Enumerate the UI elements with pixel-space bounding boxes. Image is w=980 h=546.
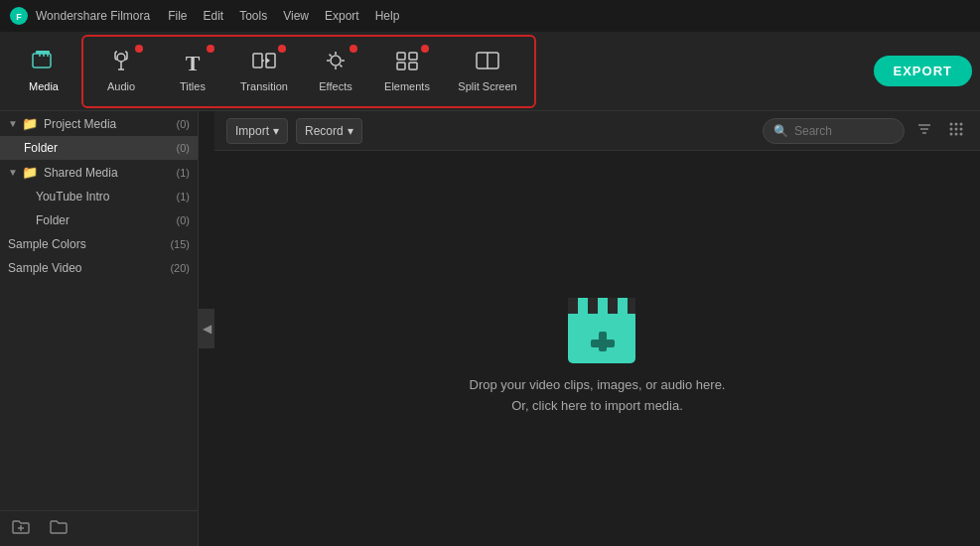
toolbar-item-transition[interactable]: Transition xyxy=(228,37,300,106)
menu-file[interactable]: File xyxy=(168,9,187,23)
media-icon xyxy=(32,50,56,76)
sample-video-count: (20) xyxy=(170,262,190,274)
menu-export[interactable]: Export xyxy=(325,9,359,23)
svg-point-40 xyxy=(960,132,963,135)
clapperboard-icon xyxy=(558,280,637,359)
folder-icon-footer[interactable] xyxy=(50,519,68,539)
svg-rect-3 xyxy=(36,51,50,54)
sidebar-content: ▼ 📁 Project Media (0) Folder (0) ▼ 📁 Sha… xyxy=(0,111,198,510)
effects-icon xyxy=(324,50,348,76)
svg-rect-10 xyxy=(253,54,262,68)
sidebar: ▼ 📁 Project Media (0) Folder (0) ▼ 📁 Sha… xyxy=(0,111,199,546)
project-media-count: (0) xyxy=(177,118,190,130)
toolbar-item-split-screen[interactable]: Split Screen xyxy=(443,37,532,106)
toolbar-item-titles[interactable]: T Titles xyxy=(157,37,228,106)
sidebar-collapse-arrow[interactable]: ◀ xyxy=(199,309,214,348)
record-label: Record xyxy=(305,124,344,138)
transition-icon xyxy=(252,50,276,76)
effects-label: Effects xyxy=(319,80,351,92)
menu-edit[interactable]: Edit xyxy=(204,9,224,23)
svg-point-38 xyxy=(950,132,953,135)
transition-label: Transition xyxy=(240,80,288,92)
export-button[interactable]: EXPORT xyxy=(874,56,972,86)
folder-selected-count: (0) xyxy=(177,142,190,154)
folder2-count: (0) xyxy=(177,214,190,226)
drop-zone-text: Drop your video clips, images, or audio … xyxy=(470,375,726,417)
svg-rect-22 xyxy=(409,53,417,60)
svg-point-37 xyxy=(960,127,963,130)
svg-rect-43 xyxy=(568,298,578,314)
audio-dot xyxy=(135,45,143,53)
titles-label: Titles xyxy=(180,80,206,92)
menu-view[interactable]: View xyxy=(283,9,309,23)
audio-icon xyxy=(110,50,132,76)
sidebar-item-shared-media[interactable]: ▼ 📁 Shared Media (1) xyxy=(0,160,198,185)
toolbar-item-elements[interactable]: Elements xyxy=(371,37,443,106)
folder-selected-label: Folder xyxy=(24,141,58,155)
project-media-label: Project Media xyxy=(44,117,116,131)
sidebar-item-project-media[interactable]: ▼ 📁 Project Media (0) xyxy=(0,111,198,136)
new-folder-icon[interactable] xyxy=(12,519,30,539)
svg-text:F: F xyxy=(16,12,22,22)
split-screen-label: Split Screen xyxy=(458,80,516,92)
import-button[interactable]: Import ▾ xyxy=(226,118,288,144)
content-panel: Import ▾ Record ▾ 🔍 xyxy=(214,111,980,546)
toolbar-item-audio[interactable]: Audio xyxy=(85,37,157,106)
sidebar-item-sample-colors[interactable]: Sample Colors (15) xyxy=(0,232,198,256)
chevron-icon: ▼ xyxy=(8,118,18,129)
svg-rect-24 xyxy=(409,63,417,69)
app-title: Wondershare Filmora xyxy=(36,9,150,23)
title-bar: F Wondershare Filmora File Edit Tools Vi… xyxy=(0,0,980,32)
record-arrow-icon: ▾ xyxy=(348,124,353,138)
svg-point-7 xyxy=(117,54,125,62)
sidebar-item-youtube-intro[interactable]: YouTube Intro (1) xyxy=(0,185,198,208)
sidebar-item-folder2[interactable]: Folder (0) xyxy=(0,208,198,232)
search-icon: 🔍 xyxy=(773,124,788,138)
shared-media-count: (1) xyxy=(177,167,190,179)
shared-folder-icon: 📁 xyxy=(22,165,38,180)
toolbar-outlined-group: Audio T Titles Transition xyxy=(81,35,536,108)
svg-rect-45 xyxy=(608,298,618,314)
shared-media-label: Shared Media xyxy=(44,166,118,180)
menu-bar: File Edit Tools View Export Help xyxy=(168,9,399,23)
svg-point-14 xyxy=(331,56,341,66)
sample-colors-count: (15) xyxy=(170,238,190,250)
split-screen-icon xyxy=(476,50,499,76)
search-input[interactable] xyxy=(794,124,894,138)
svg-rect-23 xyxy=(397,63,405,69)
filter-icon[interactable] xyxy=(912,117,936,145)
svg-rect-46 xyxy=(628,298,635,314)
svg-marker-13 xyxy=(266,58,270,64)
grid-icon[interactable] xyxy=(944,117,968,145)
sidebar-footer xyxy=(0,510,198,546)
media-label: Media xyxy=(29,80,59,92)
toolbar-item-media[interactable]: Media xyxy=(8,37,79,106)
svg-line-20 xyxy=(340,65,342,67)
elements-dot xyxy=(421,45,429,53)
menu-tools[interactable]: Tools xyxy=(239,9,267,23)
svg-point-34 xyxy=(960,122,963,125)
svg-point-36 xyxy=(955,127,958,130)
titles-dot xyxy=(207,45,214,53)
record-button[interactable]: Record ▾ xyxy=(296,118,362,144)
svg-point-32 xyxy=(950,122,953,125)
sidebar-item-folder-selected[interactable]: Folder (0) xyxy=(0,136,198,160)
menu-help[interactable]: Help xyxy=(375,9,400,23)
drop-line2: Or, click here to import media. xyxy=(470,396,726,417)
sample-colors-label: Sample Colors xyxy=(8,237,86,251)
elements-icon xyxy=(395,50,419,76)
toolbar-item-effects[interactable]: Effects xyxy=(300,37,371,106)
folder-icon: 📁 xyxy=(22,116,38,131)
svg-rect-21 xyxy=(397,53,405,60)
sidebar-item-sample-video[interactable]: Sample Video (20) xyxy=(0,256,198,280)
transition-dot xyxy=(278,45,286,53)
main-area: ▼ 📁 Project Media (0) Folder (0) ▼ 📁 Sha… xyxy=(0,111,980,546)
drop-zone[interactable]: Drop your video clips, images, or audio … xyxy=(214,151,980,546)
search-box[interactable]: 🔍 xyxy=(763,118,905,144)
effects-dot xyxy=(350,45,357,53)
sample-video-label: Sample Video xyxy=(8,261,82,275)
drop-line1: Drop your video clips, images, or audio … xyxy=(470,375,726,396)
audio-label: Audio xyxy=(107,80,135,92)
chevron-shared-icon: ▼ xyxy=(8,167,18,178)
svg-rect-44 xyxy=(588,298,598,314)
